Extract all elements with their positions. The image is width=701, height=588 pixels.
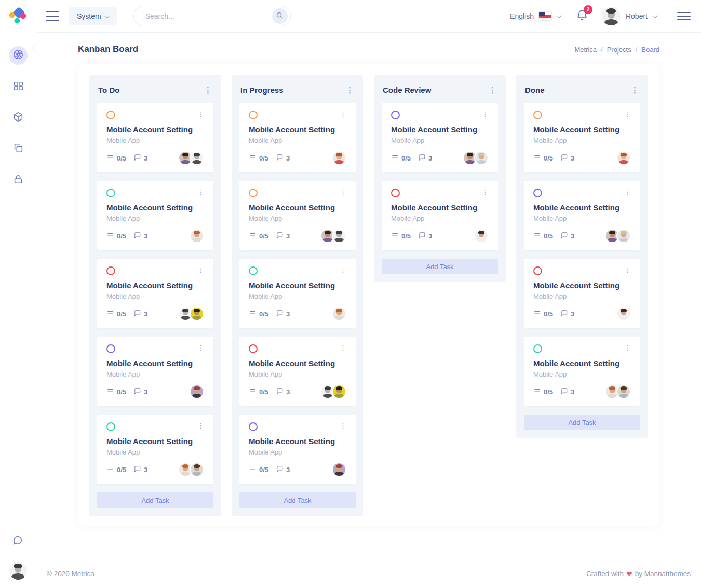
breadcrumb-item[interactable]: Projects [607, 46, 631, 54]
task-card[interactable]: ⋮ Mobile Account Setting Mobile App 0/5 … [239, 415, 356, 484]
sidebar-item-authentication[interactable] [9, 171, 28, 190]
task-project: Mobile App [391, 215, 489, 222]
task-card[interactable]: ⋮ Mobile Account Setting Mobile App 0/5 … [382, 103, 498, 172]
card-menu-icon[interactable]: ⋮ [197, 422, 204, 429]
task-status-icon [106, 189, 115, 197]
sidebar-item-projects[interactable] [9, 46, 28, 65]
notifications-button[interactable]: 2 [576, 9, 588, 23]
task-card[interactable]: ⋮ Mobile Account Setting Mobile App 0/5 … [97, 259, 213, 328]
task-comment-count: 3 [144, 232, 147, 240]
task-card[interactable]: ⋮ Mobile Account Setting Mobile App 0/5 … [524, 103, 640, 172]
task-card[interactable]: ⋮ Mobile Account Setting Mobile App 0/5 … [239, 103, 356, 172]
card-menu-icon[interactable]: ⋮ [340, 422, 346, 429]
card-list: ⋮ Mobile Account Setting Mobile App 0/5 … [239, 103, 356, 484]
menu-toggle-icon[interactable] [46, 11, 59, 21]
add-task-button[interactable]: Add Task [524, 415, 640, 430]
task-card[interactable]: ⋮ Mobile Account Setting Mobile App 0/5 … [239, 337, 356, 406]
add-task-button[interactable]: Add Task [97, 492, 213, 508]
card-menu-icon[interactable]: ⋮ [340, 344, 346, 351]
task-comment-count: 3 [286, 232, 290, 240]
task-checklist: 0/5 [249, 310, 268, 318]
card-menu-icon[interactable]: ⋮ [482, 189, 489, 195]
list-icon [249, 232, 257, 240]
list-icon [533, 310, 541, 318]
task-card[interactable]: ⋮ Mobile Account Setting Mobile App 0/5 … [97, 415, 213, 484]
avatar [474, 229, 489, 243]
task-project: Mobile App [249, 448, 346, 456]
column-menu-icon[interactable]: ⋮ [631, 88, 639, 93]
task-comment-count: 3 [571, 154, 574, 162]
task-card[interactable]: ⋮ Mobile Account Setting Mobile App 0/5 … [239, 259, 356, 328]
task-card[interactable]: ⋮ Mobile Account Setting Mobile App 0/5 … [97, 337, 213, 406]
chevron-down-icon [653, 13, 658, 18]
language-selector[interactable]: English [510, 12, 560, 20]
sidebar-item-dashboard[interactable] [9, 77, 28, 96]
column-menu-icon[interactable]: ⋮ [346, 88, 355, 93]
task-card[interactable]: ⋮ Mobile Account Setting Mobile App 0/5 … [239, 181, 356, 250]
user-menu[interactable]: Robert [602, 7, 656, 25]
card-menu-icon[interactable]: ⋮ [197, 266, 204, 273]
sidebar-item-apps[interactable] [9, 109, 28, 127]
avatar-group [178, 151, 204, 165]
task-title: Mobile Account Setting [533, 281, 631, 290]
card-menu-icon[interactable]: ⋮ [624, 189, 631, 195]
card-menu-icon[interactable]: ⋮ [340, 266, 346, 273]
task-title: Mobile Account Setting [249, 359, 346, 368]
breadcrumb: Metrica / Projects / Board [574, 46, 659, 54]
avatar [190, 151, 204, 165]
task-card[interactable]: ⋮ Mobile Account Setting Mobile App 0/5 … [97, 181, 213, 250]
card-menu-icon[interactable]: ⋮ [624, 344, 631, 351]
list-icon [533, 154, 541, 163]
task-progress-count: 0/5 [259, 232, 268, 240]
task-progress-count: 0/5 [117, 310, 126, 318]
task-card[interactable]: ⋮ Mobile Account Setting Mobile App 0/5 … [97, 103, 213, 172]
column-menu-icon[interactable]: ⋮ [204, 88, 212, 93]
card-menu-icon[interactable]: ⋮ [197, 111, 204, 117]
add-task-button[interactable]: Add Task [239, 492, 356, 508]
comment-icon [276, 154, 284, 163]
task-checklist: 0/5 [533, 387, 553, 396]
add-task-button[interactable]: Add Task [382, 259, 498, 274]
comment-icon [276, 310, 284, 318]
search-button[interactable] [272, 8, 288, 24]
task-progress-count: 0/5 [117, 232, 126, 240]
task-progress-count: 0/5 [544, 154, 553, 162]
task-card[interactable]: ⋮ Mobile Account Setting Mobile App 0/5 … [524, 259, 640, 328]
task-project: Mobile App [533, 215, 631, 222]
task-status-icon [391, 189, 400, 197]
avatar-group [332, 151, 346, 165]
right-panel-toggle-icon[interactable] [677, 12, 691, 20]
search-icon [276, 11, 284, 21]
task-project: Mobile App [533, 370, 631, 378]
sidebar-item-pages[interactable] [9, 140, 28, 158]
system-dropdown[interactable]: System [69, 7, 117, 25]
task-comment-count: 3 [571, 388, 574, 396]
breadcrumb-item[interactable]: Metrica [574, 46, 597, 54]
card-menu-icon[interactable]: ⋮ [624, 266, 631, 273]
sidebar-chat-button[interactable] [9, 532, 28, 551]
task-comment-count: 3 [571, 232, 574, 240]
card-menu-icon[interactable]: ⋮ [624, 111, 631, 117]
column-menu-icon[interactable]: ⋮ [489, 88, 497, 93]
task-project: Mobile App [106, 215, 204, 222]
avatar-group [178, 306, 204, 321]
sidebar-user-avatar[interactable] [9, 562, 27, 580]
task-comments: 3 [276, 232, 290, 240]
avatar [474, 151, 489, 165]
cube-icon [12, 111, 24, 125]
task-title: Mobile Account Setting [249, 437, 346, 446]
column-title: To Do [98, 86, 119, 95]
list-icon [249, 387, 257, 396]
task-card[interactable]: ⋮ Mobile Account Setting Mobile App 0/5 … [382, 181, 498, 250]
task-card[interactable]: ⋮ Mobile Account Setting Mobile App 0/5 … [524, 337, 640, 406]
column-title: Code Review [383, 86, 431, 95]
card-menu-icon[interactable]: ⋮ [340, 111, 346, 117]
card-menu-icon[interactable]: ⋮ [197, 344, 204, 351]
card-menu-icon[interactable]: ⋮ [482, 111, 489, 117]
card-menu-icon[interactable]: ⋮ [340, 189, 346, 195]
card-menu-icon[interactable]: ⋮ [197, 189, 204, 195]
avatar [616, 306, 631, 321]
search-input[interactable] [145, 12, 272, 20]
task-card[interactable]: ⋮ Mobile Account Setting Mobile App 0/5 … [524, 181, 640, 250]
metrica-logo[interactable] [9, 8, 27, 25]
